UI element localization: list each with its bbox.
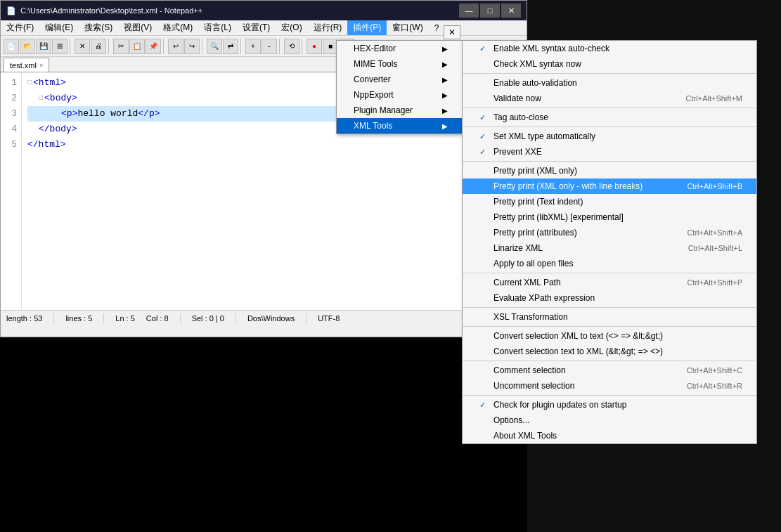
redo-icon[interactable]: ↪ — [184, 39, 200, 54]
nppexport-label: NppExport — [354, 90, 394, 100]
menu-settings[interactable]: 设置(T) — [237, 20, 276, 35]
toolbar-sep-6 — [279, 39, 282, 54]
maximize-button[interactable]: □ — [480, 4, 500, 18]
paste-icon[interactable]: 📌 — [146, 39, 161, 54]
plugin-manager-arrow: ▶ — [442, 107, 448, 115]
xml-apply-all-files[interactable]: Apply to all open files — [463, 256, 756, 271]
menu-macro[interactable]: 宏(O) — [276, 20, 307, 35]
xml-check-updates[interactable]: ✓ Check for plugin updates on startup — [463, 397, 756, 413]
xml-sep-4 — [463, 161, 756, 162]
plugin-xml-tools[interactable]: XML Tools ▶ — [337, 118, 462, 134]
xml-tag-auto-close[interactable]: ✓ Tag auto-close — [463, 110, 756, 125]
converter-label: Converter — [354, 74, 391, 84]
xml-convert-to-text[interactable]: Convert selection XML to text (<> => &lt… — [463, 328, 756, 344]
copy-icon[interactable]: 📋 — [129, 39, 145, 54]
cut-icon[interactable]: ✂ — [113, 39, 129, 54]
title-bar-left: 📄 C:\Users\Administrator\Desktop\test.xm… — [6, 6, 202, 15]
toolbar-sep-3 — [163, 39, 166, 54]
check-updates: ✓ — [479, 401, 489, 410]
zoom-out-icon[interactable]: - — [262, 39, 277, 54]
status-sep-2 — [103, 313, 104, 323]
menu-window[interactable]: 窗口(W) — [387, 20, 428, 35]
plugin-manager[interactable]: Plugin Manager ▶ — [337, 103, 462, 118]
xml-about[interactable]: About XML Tools — [463, 428, 756, 443]
save-all-icon[interactable]: ⊞ — [52, 39, 67, 54]
plugin-converter[interactable]: Converter ▶ — [337, 72, 462, 87]
menu-run[interactable]: 运行(R) — [308, 20, 348, 35]
print-icon[interactable]: 🖨 — [91, 39, 106, 54]
xml-evaluate-xpath[interactable]: Evaluate XPath expression — [463, 290, 756, 306]
menu-edit[interactable]: 编辑(E) — [39, 20, 79, 35]
xml-sep-5 — [463, 273, 756, 273]
tab-test-xml[interactable]: test.xml × — [4, 58, 49, 72]
xml-linarize[interactable]: Linarize XML Ctrl+Alt+Shift+L — [463, 240, 756, 256]
xml-comment-selection[interactable]: Comment selection Ctrl+Alt+Shift+C — [463, 363, 756, 378]
plugin-mime-tools[interactable]: MIME Tools ▶ — [337, 56, 462, 72]
replace-icon[interactable]: ⇄ — [223, 39, 238, 54]
xml-convert-to-xml[interactable]: Convert selection text to XML (&lt;&gt; … — [463, 344, 756, 359]
plugin-close-btn[interactable]: ✕ — [444, 25, 460, 39]
toolbar-sep-4 — [202, 39, 205, 54]
xml-pretty-print-text[interactable]: Pretty print (Text indent) — [463, 194, 756, 209]
zoom-in-icon[interactable]: + — [245, 39, 261, 54]
xml-tools-dropdown: ✓ Enable XML syntax auto-check Check XML… — [462, 40, 757, 444]
xml-check-syntax-now[interactable]: Check XML syntax now — [463, 56, 756, 72]
plugin-nppexport[interactable]: NppExport ▶ — [337, 87, 462, 103]
xml-enable-auto-validation[interactable]: Enable auto-validation — [463, 75, 756, 91]
menu-file[interactable]: 文件(F) — [1, 20, 39, 35]
toolbar-sep-5 — [240, 39, 243, 54]
hex-editor-label: HEX-Editor — [354, 44, 396, 53]
plugin-hex-editor[interactable]: HEX-Editor ▶ — [337, 41, 462, 56]
menu-view[interactable]: 视图(V) — [118, 20, 157, 35]
enable-syntax-label: Enable XML syntax auto-check — [493, 44, 742, 53]
check-tag-auto-close: ✓ — [479, 113, 489, 122]
converter-arrow: ▶ — [442, 76, 448, 84]
minimize-button[interactable]: — — [459, 4, 479, 18]
xml-xsl-transform[interactable]: XSL Transformation — [463, 309, 756, 325]
close-icon[interactable]: ✕ — [75, 39, 90, 54]
xml-tools-label: XML Tools — [354, 121, 392, 131]
mime-tools-label: MIME Tools — [354, 59, 397, 69]
xml-current-path[interactable]: Current XML Path Ctrl+Alt+Shift+P — [463, 275, 756, 290]
fold-icon-1[interactable]: □ — [27, 75, 32, 91]
new-icon[interactable]: 📄 — [4, 39, 19, 54]
check-enable-syntax: ✓ — [479, 44, 489, 53]
xml-set-type-auto[interactable]: ✓ Set XML type automatically — [463, 129, 756, 144]
wrap-icon[interactable]: ⟲ — [284, 39, 299, 54]
menu-format[interactable]: 格式(M) — [157, 20, 198, 35]
xml-options[interactable]: Options... — [463, 413, 756, 428]
menu-help[interactable]: ? — [429, 20, 445, 35]
status-encoding: Dos\Windows — [247, 314, 295, 323]
open-icon[interactable]: 📂 — [20, 39, 35, 54]
xml-sep-3 — [463, 126, 756, 127]
app-icon: 📄 — [6, 6, 16, 15]
close-button[interactable]: ✕ — [501, 4, 521, 18]
xml-uncomment-selection[interactable]: Uncomment selection Ctrl+Alt+Shift+R — [463, 378, 756, 394]
check-prevent-xxe: ✓ — [479, 148, 489, 157]
xml-prevent-xxe[interactable]: ✓ Prevent XXE — [463, 144, 756, 160]
menu-plugins[interactable]: 插件(P) — [347, 20, 387, 35]
xml-pretty-print-linebreaks[interactable]: Pretty print (XML only - with line break… — [463, 179, 756, 194]
xml-sep-2 — [463, 108, 756, 108]
toolbar-sep-7 — [302, 39, 304, 54]
tag-open-1: < — [33, 75, 39, 91]
menu-language[interactable]: 语言(L) — [198, 20, 237, 35]
xml-sep-8 — [463, 361, 756, 361]
record-icon[interactable]: ● — [306, 39, 322, 54]
xml-enable-syntax-check[interactable]: ✓ Enable XML syntax auto-check — [463, 41, 756, 56]
undo-icon[interactable]: ↩ — [168, 39, 183, 54]
tab-close-button[interactable]: × — [39, 62, 43, 69]
status-format: UTF-8 — [318, 314, 340, 323]
fold-icon-2[interactable]: □ — [39, 91, 43, 106]
xml-tools-arrow: ▶ — [442, 122, 448, 130]
save-icon[interactable]: 💾 — [36, 39, 51, 54]
xml-pretty-print-attrs[interactable]: Pretty print (attributes) Ctrl+Alt+Shift… — [463, 225, 756, 240]
xml-pretty-print[interactable]: Pretty print (XML only) — [463, 163, 756, 179]
xml-validate-now[interactable]: Validate now Ctrl+Alt+Shift+M — [463, 91, 756, 106]
xml-pretty-print-libxml[interactable]: Pretty print (libXML) [experimental] — [463, 209, 756, 225]
title-bar-controls: — □ ✕ — [459, 4, 521, 18]
find-icon[interactable]: 🔍 — [207, 39, 222, 54]
check-set-type: ✓ — [479, 132, 489, 141]
menu-search[interactable]: 搜索(S) — [79, 20, 118, 35]
status-sep-1 — [53, 313, 54, 323]
